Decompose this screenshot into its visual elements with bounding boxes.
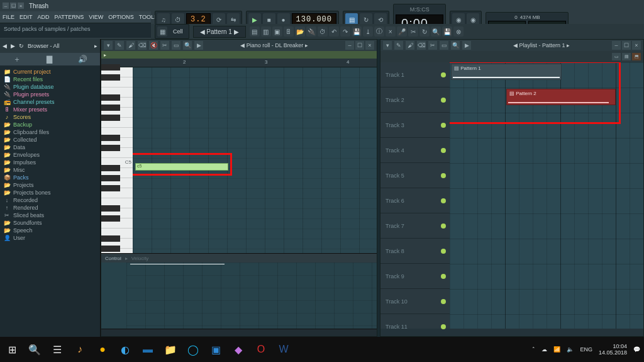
- track-mute-dot[interactable]: [441, 98, 446, 103]
- piano-black-key[interactable]: [101, 235, 120, 242]
- track-header-1[interactable]: Track 1: [380, 62, 450, 88]
- pr-tool-slice[interactable]: ✂: [160, 41, 169, 50]
- browser-item-14[interactable]: 📦Packs: [0, 174, 100, 181]
- pl-mini-2[interactable]: ▤: [622, 53, 631, 60]
- browser-item-12[interactable]: 📂Impulses: [0, 159, 100, 166]
- piano-black-key[interactable]: [101, 105, 120, 111]
- explorer-icon[interactable]: 📁: [162, 341, 179, 358]
- track-header-5[interactable]: Track 5: [380, 163, 450, 188]
- snap-icon[interactable]: ▦: [157, 26, 167, 37]
- pr-control-grid[interactable]: [126, 263, 377, 329]
- pr-timeline[interactable]: 2 3 4: [101, 59, 377, 67]
- clip-pattern-1[interactable]: ▤ Pattern 1: [451, 64, 562, 80]
- pl-tool-paint[interactable]: 🖌: [406, 41, 414, 50]
- search-icon[interactable]: 🔍: [26, 341, 43, 358]
- browser-item-13[interactable]: 📂Misc: [0, 166, 100, 174]
- piano-key[interactable]: [101, 218, 133, 229]
- tray-clock[interactable]: 10:04 14.05.2018: [599, 343, 627, 356]
- menu-file[interactable]: FILE: [0, 14, 17, 20]
- snap-label[interactable]: Cell: [169, 28, 187, 35]
- browser-item-16[interactable]: 📂Projects bones: [0, 189, 100, 196]
- pl-tool-draw[interactable]: ✎: [394, 41, 403, 50]
- browser-tab-files[interactable]: ▇: [47, 55, 52, 64]
- app-5-icon[interactable]: ▣: [208, 341, 224, 358]
- app-1-icon[interactable]: ●: [94, 341, 111, 358]
- zoom-shortcut[interactable]: 🔍: [431, 26, 441, 37]
- track-header-9[interactable]: Track 9: [380, 264, 450, 289]
- app-3-icon[interactable]: ▬: [140, 341, 156, 358]
- browser-item-15[interactable]: 📂Projects: [0, 181, 100, 189]
- pr-tool-erase[interactable]: ⌫: [138, 41, 147, 50]
- pr-max-button[interactable]: ☐: [355, 41, 364, 50]
- track-mute-dot[interactable]: [441, 173, 446, 178]
- track-header-4[interactable]: Track 4: [380, 138, 450, 163]
- track-mute-dot[interactable]: [441, 324, 446, 329]
- pl-tool-play[interactable]: ▶: [462, 41, 471, 50]
- browser-item-17[interactable]: ↓Recorded: [0, 196, 100, 204]
- cut-shortcut[interactable]: ✂: [408, 26, 418, 37]
- piano-key[interactable]: [101, 148, 133, 158]
- pr-tool-mute[interactable]: 🔇: [149, 41, 158, 50]
- browser-item-19[interactable]: ✂Sliced beats: [0, 212, 100, 219]
- piano-black-key[interactable]: [101, 215, 120, 222]
- track-mute-dot[interactable]: [441, 299, 446, 304]
- note-c5[interactable]: c5: [135, 163, 228, 171]
- redo-shortcut[interactable]: ↷: [340, 26, 350, 37]
- pr-close-button[interactable]: ×: [365, 41, 374, 50]
- pl-mini-3[interactable]: ⬒: [632, 53, 641, 60]
- tray-net-icon[interactable]: 📶: [553, 346, 560, 353]
- close-shortcut[interactable]: ×: [386, 26, 396, 37]
- browser-fwd[interactable]: ▶: [11, 43, 15, 49]
- track-header-11[interactable]: Track 11: [380, 314, 450, 339]
- loop-shortcut[interactable]: ↻: [419, 26, 430, 37]
- track-mute-dot[interactable]: [441, 198, 446, 203]
- save-shortcut[interactable]: 💾: [352, 26, 362, 37]
- pr-tool-zoom[interactable]: 🔍: [183, 41, 192, 50]
- track-mute-dot[interactable]: [441, 223, 446, 229]
- pl-tool-erase[interactable]: ⌫: [417, 41, 426, 50]
- browser-item-1[interactable]: 📄Recent files: [0, 76, 100, 83]
- pl-max-button[interactable]: ☐: [622, 41, 631, 50]
- piano-black-key[interactable]: [101, 165, 120, 171]
- browser-item-9[interactable]: 📂Collected: [0, 136, 100, 144]
- maximize-button[interactable]: ☐: [10, 3, 16, 9]
- piano-black-key[interactable]: [101, 145, 120, 151]
- save2-shortcut[interactable]: 💾: [442, 26, 452, 37]
- pl-menu-button[interactable]: ▾: [383, 41, 392, 50]
- piano-key[interactable]: [101, 77, 133, 88]
- taskview-icon[interactable]: ☰: [49, 341, 65, 358]
- tray-lang[interactable]: ENG: [580, 346, 592, 353]
- browser-item-10[interactable]: 📂Data: [0, 144, 100, 151]
- pianoroll-shortcut[interactable]: ▥: [261, 26, 271, 37]
- track-header-7[interactable]: Track 7: [380, 213, 450, 239]
- piano-black-key[interactable]: [101, 175, 120, 181]
- pr-velocity-label[interactable]: Velocity: [131, 256, 149, 261]
- piano-black-key[interactable]: [101, 185, 120, 191]
- browser-item-22[interactable]: 👤User: [0, 234, 100, 242]
- pr-control-label[interactable]: Control: [105, 256, 121, 261]
- channelrack-shortcut[interactable]: ▣: [272, 26, 282, 37]
- track-mute-dot[interactable]: [441, 274, 446, 279]
- browser-list[interactable]: 📁Current project📄Recent files🔌Plugin dat…: [0, 65, 100, 337]
- pl-min-button[interactable]: –: [612, 41, 621, 50]
- app-2-icon[interactable]: ◐: [117, 341, 133, 358]
- undo-shortcut[interactable]: ↶: [329, 26, 339, 37]
- start-button[interactable]: ⊞: [4, 341, 20, 358]
- browser-item-8[interactable]: 📂Clipboard files: [0, 128, 100, 136]
- pr-tool-select[interactable]: ▭: [172, 41, 180, 50]
- browser-item-18[interactable]: ↑Rendered: [0, 204, 100, 212]
- track-mute-dot[interactable]: [441, 148, 446, 153]
- mixer-shortcut[interactable]: 🎚: [284, 26, 294, 37]
- app-4-icon[interactable]: ◯: [185, 341, 201, 358]
- menu-patterns[interactable]: PATTERNS: [52, 14, 87, 20]
- browser-tab-add[interactable]: ＋: [13, 54, 21, 65]
- track-header-8[interactable]: Track 8: [380, 239, 450, 264]
- pattern-selector[interactable]: ◀ Pattern 1 ▶: [193, 26, 246, 38]
- browser-item-21[interactable]: 📂Speech: [0, 227, 100, 234]
- track-mute-dot[interactable]: [441, 249, 446, 254]
- pl-tool-zoom[interactable]: 🔍: [451, 41, 460, 50]
- tray-notif-icon[interactable]: 💬: [633, 346, 640, 353]
- pr-scroll-h[interactable]: [101, 329, 377, 336]
- browser-item-11[interactable]: 📂Envelopes: [0, 151, 100, 159]
- word-icon[interactable]: W: [275, 341, 292, 358]
